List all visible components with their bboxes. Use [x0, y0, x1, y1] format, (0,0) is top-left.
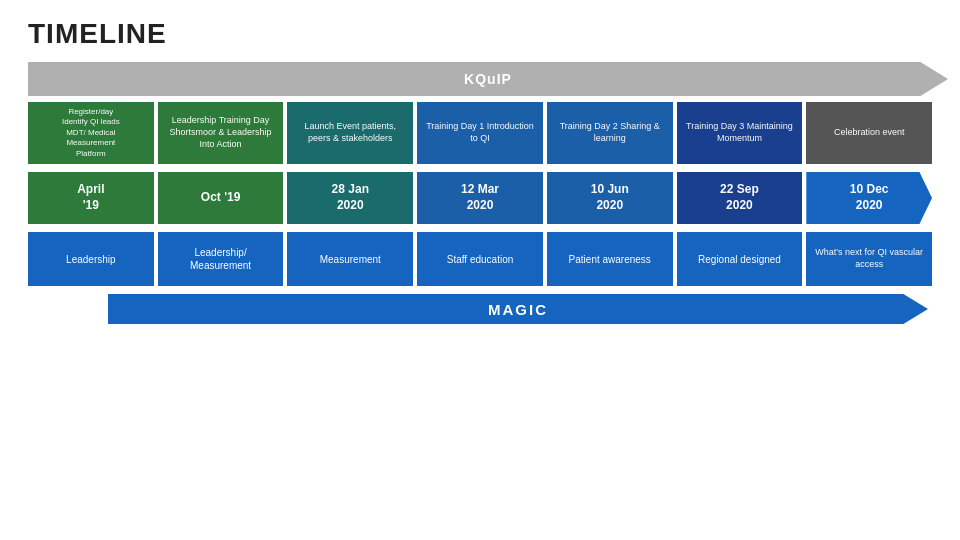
blue-boxes-row: Leadership Leadership/Measurement Measur… [28, 232, 932, 286]
top-box-5: Training Day 2 Sharing & learning [547, 102, 673, 164]
top-box-2: Leadership Training Day Shortsmoor & Lea… [158, 102, 284, 164]
date-7: 10 Dec2020 [806, 172, 932, 224]
page-title: TIMELINE [28, 18, 932, 50]
magic-row: MAGIC [28, 294, 932, 324]
blue-box-2: Leadership/Measurement [158, 232, 284, 286]
top-box-7: Celebration event [806, 102, 932, 164]
date-5: 10 Jun2020 [547, 172, 673, 224]
magic-arrow: MAGIC [108, 294, 928, 324]
kquip-row: KQuIP [28, 62, 932, 96]
blue-box-3: Measurement [287, 232, 413, 286]
top-box-1: Register/dayIdentify QI leadsMDT/ Medica… [28, 102, 154, 164]
kquip-arrow: KQuIP [28, 62, 948, 96]
dates-row: April'19 Oct '19 28 Jan2020 12 Mar2020 1… [28, 172, 932, 224]
top-box-6: Training Day 3 Maintaining Momentum [677, 102, 803, 164]
kquip-label: KQuIP [464, 71, 512, 87]
magic-label: MAGIC [488, 301, 548, 318]
date-3: 28 Jan2020 [287, 172, 413, 224]
blue-box-1: Leadership [28, 232, 154, 286]
date-6: 22 Sep2020 [677, 172, 803, 224]
top-box-3: Launch Event patients, peers & stakehold… [287, 102, 413, 164]
blue-box-7: What's next for QI vascular access [806, 232, 932, 286]
date-2: Oct '19 [158, 172, 284, 224]
page: TIMELINE KQuIP Register/dayIdentify QI l… [0, 0, 960, 540]
blue-box-5: Patient awareness [547, 232, 673, 286]
date-1: April'19 [28, 172, 154, 224]
date-4: 12 Mar2020 [417, 172, 543, 224]
top-boxes-row: Register/dayIdentify QI leadsMDT/ Medica… [28, 102, 932, 164]
blue-box-6: Regional designed [677, 232, 803, 286]
blue-box-4: Staff education [417, 232, 543, 286]
top-box-4: Training Day 1 Introduction to QI [417, 102, 543, 164]
